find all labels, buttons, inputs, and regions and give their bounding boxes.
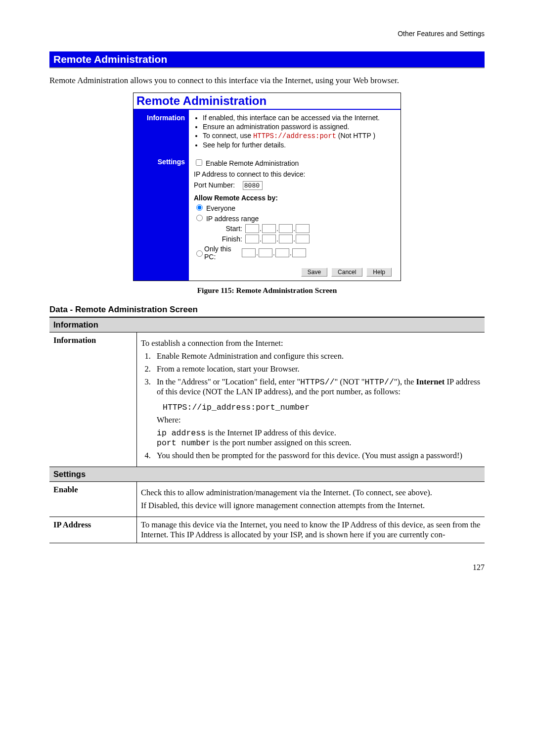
finish-label: Finish:	[194, 235, 245, 243]
everyone-row: Everyone	[194, 203, 396, 212]
row-info-li1: Enable Remote Administration and configu…	[153, 351, 481, 361]
where-port-line: port number is the port number assigned …	[157, 438, 481, 448]
table-row: Enable Check this to allow administratio…	[49, 482, 485, 517]
start-ip-1[interactable]	[245, 224, 259, 233]
finish-ip-2[interactable]	[262, 235, 276, 243]
row-info-li4: You should then be prompted for the pass…	[153, 451, 481, 461]
only-pc-radio[interactable]	[196, 250, 203, 257]
row-ip-address-label: IP Address	[49, 517, 137, 543]
port-input[interactable]	[243, 181, 263, 190]
page-number: 127	[49, 563, 485, 572]
row-enable-content: Check this to allow administration/manag…	[137, 482, 485, 517]
info-bullet-3: To connect, use HTTPS://address:port (No…	[203, 132, 396, 140]
row-info-li2: From a remote location, start your Brows…	[153, 364, 481, 374]
allow-access-heading: Allow Remote Access by:	[194, 194, 396, 202]
only-ip-3[interactable]	[275, 248, 289, 257]
save-button[interactable]: Save	[301, 268, 327, 277]
info-b3-post: (Not HTTP )	[336, 132, 375, 140]
settings-label: Settings	[134, 154, 189, 281]
section-title-bar: Remote Administration	[49, 51, 485, 68]
data-table: Information Information To establish a c…	[49, 317, 485, 543]
cancel-button[interactable]: Cancel	[331, 268, 362, 277]
ip-range-radio[interactable]	[196, 215, 203, 221]
where-ip-line: ip address is the Internet IP address of…	[157, 428, 481, 438]
finish-ip-row: Finish: . . .	[194, 235, 396, 243]
start-label: Start:	[194, 225, 245, 233]
start-ip-row: Start: . . .	[194, 224, 396, 233]
button-row: Save Cancel Help	[194, 268, 396, 277]
figure-caption: Figure 115: Remote Administration Screen	[49, 286, 485, 295]
row-info-p1: To establish a connection from the Inter…	[141, 338, 481, 348]
data-table-heading: Data - Remote Administration Screen	[49, 305, 485, 315]
ip-range-label: IP address range	[206, 215, 259, 223]
only-ip-4[interactable]	[292, 248, 306, 257]
enable-checkbox[interactable]	[196, 159, 202, 166]
ip-range-row: IP address range	[194, 213, 396, 223]
enable-p2: If Disabled, this device will ignore man…	[141, 501, 481, 511]
port-row: Port Number:	[194, 181, 396, 190]
row-info-li3: In the "Address" or "Location" field, en…	[153, 377, 481, 448]
panel-title: Remote Administration	[134, 93, 400, 110]
only-ip-1[interactable]	[242, 248, 256, 257]
finish-ip-4[interactable]	[296, 235, 310, 243]
only-pc-row: Only this PC: . . .	[194, 245, 396, 261]
figure-container: Remote Administration Information If ena…	[49, 93, 485, 281]
page-header: Other Features and Settings	[49, 30, 485, 38]
info-bullet-2: Ensure an administration password is ass…	[203, 123, 396, 131]
enable-row: Enable Remote Administration	[194, 158, 396, 167]
table-row: Information To establish a connection fr…	[49, 332, 485, 467]
start-ip-4[interactable]	[296, 224, 310, 233]
only-ip-2[interactable]	[259, 248, 272, 257]
info-bullet-4: See help for further details.	[203, 141, 396, 149]
info-bullet-1: If enabled, this interface can be access…	[203, 114, 396, 122]
info-b3-code: HTTPS://address:port	[253, 132, 336, 140]
information-label: Information	[134, 110, 189, 154]
enable-p1: Check this to allow administration/manag…	[141, 488, 481, 498]
everyone-radio[interactable]	[196, 204, 203, 211]
help-button[interactable]: Help	[366, 268, 392, 277]
row-information-label: Information	[49, 332, 137, 467]
start-ip-2[interactable]	[262, 224, 276, 233]
code-line: HTTPS://ip_address:port_number	[163, 403, 481, 412]
intro-paragraph: Remote Administration allows you to conn…	[49, 75, 485, 87]
ip-connect-label: IP Address to connect to this device:	[194, 170, 396, 178]
row-ip-address-content: To manage this device via the Internet, …	[137, 517, 485, 543]
everyone-label: Everyone	[206, 204, 235, 212]
section-settings-cell: Settings	[49, 467, 485, 482]
finish-ip-1[interactable]	[245, 235, 259, 243]
port-label: Port Number:	[194, 181, 235, 189]
table-section-information: Information	[49, 317, 485, 332]
enable-label: Enable Remote Administration	[206, 159, 299, 167]
start-ip-3[interactable]	[279, 224, 293, 233]
information-content: If enabled, this interface can be access…	[189, 110, 400, 154]
table-row: IP Address To manage this device via the…	[49, 517, 485, 543]
finish-ip-3[interactable]	[279, 235, 293, 243]
section-info-cell: Information	[49, 317, 485, 332]
info-b3-pre: To connect, use	[203, 132, 253, 140]
where-label: Where:	[157, 415, 481, 425]
only-pc-label: Only this PC:	[204, 245, 242, 261]
row-enable-label: Enable	[49, 482, 137, 517]
remote-admin-panel: Remote Administration Information If ena…	[133, 93, 401, 281]
table-section-settings: Settings	[49, 467, 485, 482]
row-information-content: To establish a connection from the Inter…	[137, 332, 485, 467]
